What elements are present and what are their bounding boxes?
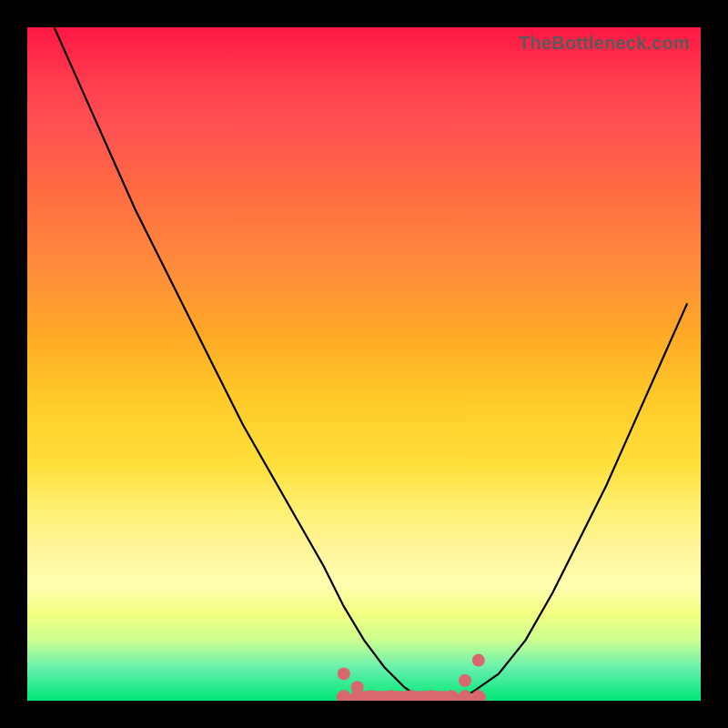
svg-point-12 [459,674,471,687]
svg-point-1 [337,690,351,701]
svg-point-8 [458,690,472,701]
chart-frame: TheBottleneck.com [0,0,728,728]
valley-markers [337,654,486,701]
plot-area: TheBottleneck.com [27,27,701,701]
svg-point-10 [338,667,350,680]
svg-point-13 [472,654,485,667]
svg-point-11 [351,681,364,693]
curve-layer [27,27,701,701]
bottleneck-curve [55,27,688,701]
